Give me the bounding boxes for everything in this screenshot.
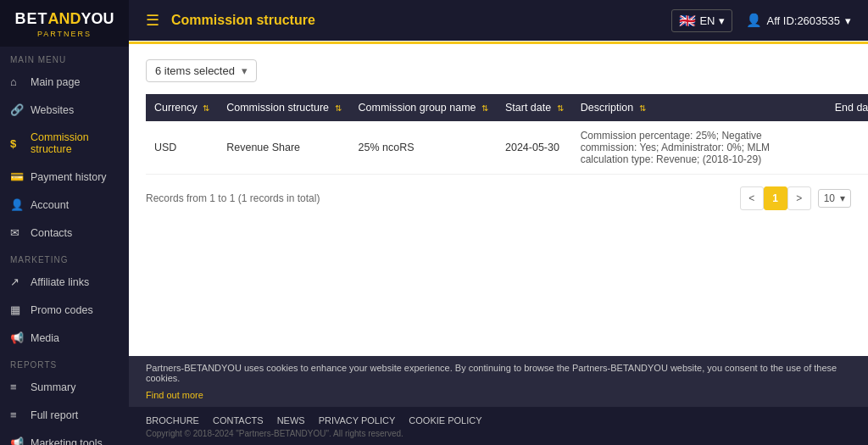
pagination-row: Records from 1 to 1 (1 records in total)…	[146, 186, 851, 210]
footer-link-contacts[interactable]: CONTACTS	[213, 415, 264, 426]
dollar-icon: $	[10, 137, 24, 150]
col-start-date-label: Start date	[505, 102, 551, 114]
col-commission-structure-label: Commission structure	[226, 102, 329, 114]
sidebar-item-payment-history[interactable]: 💳 Payment history	[0, 163, 129, 191]
sort-group-name-icon: ⇅	[481, 103, 488, 113]
payment-icon: 💳	[10, 170, 24, 183]
link-icon: 🔗	[10, 103, 24, 116]
header-right: 🇬🇧 EN ▾ 👤 Aff ID:2603535 ▾	[671, 9, 851, 32]
col-currency-label: Currency	[154, 102, 198, 114]
account-icon: 👤	[10, 198, 24, 211]
commission-table: Currency ⇅ Commission structure ⇅ Commis…	[146, 94, 868, 175]
table-header-row: Currency ⇅ Commission structure ⇅ Commis…	[146, 94, 868, 121]
footer-link-privacy-policy[interactable]: PRIVACY POLICY	[319, 415, 396, 426]
col-start-date[interactable]: Start date ⇅	[497, 94, 572, 121]
footer-link-news[interactable]: NEWS	[277, 415, 305, 426]
page-size-value: 10	[824, 192, 835, 204]
promo-icon: ▦	[10, 303, 24, 316]
user-menu[interactable]: 👤 Aff ID:2603535 ▾	[746, 13, 852, 28]
marketing-tools-icon: 📢	[10, 437, 24, 445]
logo-partners: PARTNERS	[8, 30, 120, 38]
sidebar-item-commission-structure[interactable]: $ Commission structure	[0, 124, 129, 163]
main-menu-label: MAIN MENU	[0, 47, 129, 68]
sidebar-item-contacts[interactable]: ✉ Contacts	[0, 219, 129, 247]
sidebar-item-label: Websites	[31, 104, 74, 116]
user-label: Aff ID:2603535	[767, 14, 841, 27]
summary-icon: ≡	[10, 381, 24, 393]
header: ☰ Commission structure 🇬🇧 EN ▾ 👤 Aff ID:…	[129, 0, 868, 41]
language-selector[interactable]: 🇬🇧 EN ▾	[671, 9, 732, 32]
col-commission-group-name-label: Commission group name	[359, 102, 476, 114]
sidebar-item-affiliate-links[interactable]: ↗ Affiliate links	[0, 268, 129, 296]
hamburger-icon[interactable]: ☰	[146, 11, 159, 30]
next-page-button[interactable]: >	[787, 186, 811, 210]
col-end-date[interactable]: End date ⇅	[826, 94, 868, 121]
sidebar-item-label: Media	[31, 332, 59, 344]
sidebar-item-marketing-tools[interactable]: 📢 Marketing tools	[0, 429, 129, 445]
home-icon: ⌂	[10, 75, 24, 88]
pagination-controls: < 1 > 10 ▾	[740, 186, 851, 210]
table-row: USD Revenue Share 25% ncoRS 2024-05-30 C…	[146, 121, 868, 175]
sidebar-item-label: Payment history	[31, 171, 107, 183]
sidebar-item-websites[interactable]: 🔗 Websites	[0, 96, 129, 124]
sidebar-item-label: Contacts	[31, 227, 72, 239]
sidebar-item-main-page[interactable]: ⌂ Main page	[0, 68, 129, 96]
header-left: ☰ Commission structure	[146, 11, 315, 30]
sidebar-item-full-report[interactable]: ≡ Full report	[0, 401, 129, 429]
page-title: Commission structure	[171, 13, 315, 28]
sort-start-date-icon: ⇅	[557, 103, 564, 113]
sidebar-item-account[interactable]: 👤 Account	[0, 191, 129, 219]
items-selected-dropdown[interactable]: 6 items selected ▾	[146, 59, 257, 82]
sidebar-item-label: Full report	[31, 409, 78, 421]
sidebar-item-label: Marketing tools	[31, 437, 103, 446]
cookie-banner: Partners-BETANDYOU uses cookies to enhan…	[129, 356, 868, 407]
sidebar-item-media[interactable]: 📢 Media	[0, 324, 129, 352]
marketing-label: MARKETING	[0, 247, 129, 268]
sort-description-icon: ⇅	[639, 103, 646, 113]
col-description-label: Description	[581, 102, 634, 114]
sidebar-item-summary[interactable]: ≡ Summary	[0, 373, 129, 401]
footer-links: BROCHURE CONTACTS NEWS PRIVACY POLICY CO…	[146, 415, 851, 426]
main-area: ☰ Commission structure 🇬🇧 EN ▾ 👤 Aff ID:…	[129, 0, 868, 445]
footer: BROCHURE CONTACTS NEWS PRIVACY POLICY CO…	[129, 407, 868, 445]
cell-commission-structure: Revenue Share	[218, 121, 349, 175]
logo-and: AND	[47, 10, 81, 27]
contact-icon: ✉	[10, 226, 24, 239]
col-commission-group-name[interactable]: Commission group name ⇅	[350, 94, 497, 121]
lang-chevron-icon: ▾	[719, 14, 725, 27]
sidebar: BETANDYOU PARTNERS MAIN MENU ⌂ Main page…	[0, 0, 129, 445]
sidebar-item-promo-codes[interactable]: ▦ Promo codes	[0, 296, 129, 324]
cell-end-date	[826, 121, 868, 175]
sort-commission-structure-icon: ⇅	[335, 103, 342, 113]
cell-commission-group-name: 25% ncoRS	[350, 121, 497, 175]
media-icon: 📢	[10, 331, 24, 344]
records-info: Records from 1 to 1 (1 records in total)	[146, 192, 320, 204]
prev-page-button[interactable]: <	[740, 186, 764, 210]
current-page-button[interactable]: 1	[764, 186, 787, 210]
flag-icon: 🇬🇧	[679, 13, 696, 29]
page-size-selector[interactable]: 10 ▾	[818, 189, 851, 208]
user-icon: 👤	[746, 13, 762, 28]
cookie-find-out-more-link[interactable]: Find out more	[146, 390, 203, 400]
col-currency[interactable]: Currency ⇅	[146, 94, 218, 121]
cell-description: Commission percentage: 25%; Negative com…	[572, 121, 826, 175]
page-size-chevron-icon: ▾	[840, 192, 845, 204]
logo: BETANDYOU PARTNERS	[0, 0, 129, 47]
reports-label: REPORTS	[0, 352, 129, 373]
cell-currency: USD	[146, 121, 218, 175]
footer-link-brochure[interactable]: BROCHURE	[146, 415, 199, 426]
col-commission-structure[interactable]: Commission structure ⇅	[218, 94, 349, 121]
col-description[interactable]: Description ⇅	[572, 94, 826, 121]
content-area: 6 items selected ▾ Currency ⇅ Commission…	[129, 44, 868, 356]
sidebar-item-label: Account	[31, 199, 69, 211]
affiliate-icon: ↗	[10, 275, 24, 288]
cookie-text: Partners-BETANDYOU uses cookies to enhan…	[146, 363, 851, 383]
sidebar-item-label: Commission structure	[31, 131, 119, 155]
col-end-date-label: End date	[835, 102, 868, 114]
footer-link-cookie-policy[interactable]: COOKIE POLICY	[409, 415, 481, 426]
footer-copyright: Copyright © 2018-2024 "Partners-BETANDYO…	[146, 429, 851, 438]
dropdown-arrow-icon: ▾	[242, 64, 248, 77]
cell-start-date: 2024-05-30	[497, 121, 572, 175]
logo-bet: BET	[14, 10, 47, 27]
logo-you: YOU	[81, 10, 114, 27]
